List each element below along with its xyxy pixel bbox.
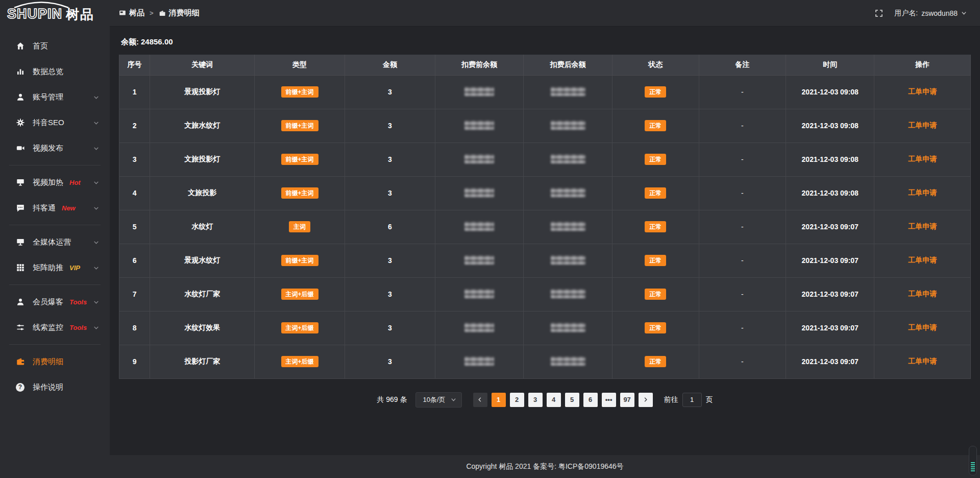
cell-keyword: 水纹灯效果	[150, 311, 255, 345]
vip-badge: VIP	[69, 264, 80, 272]
breadcrumb-home[interactable]: 树品	[119, 8, 144, 18]
goto-page-input[interactable]	[682, 393, 702, 407]
cell-balance-after	[524, 109, 612, 142]
user-dropdown[interactable]: 用户名: zswodun88	[894, 9, 967, 18]
cell-index: 5	[119, 210, 150, 244]
sidebar-item-consumption-detail[interactable]: 消费明细	[0, 349, 110, 374]
table-row: 4 文旅投影 前缀+主词 3 正常 - 2021-12-03 09:08 工单申…	[119, 176, 971, 210]
cell-amount: 3	[345, 244, 435, 277]
work-order-link[interactable]: 工单申请	[908, 87, 937, 95]
cell-amount: 3	[345, 345, 435, 378]
sidebar-item-omnimedia[interactable]: 全媒体运营	[0, 229, 110, 255]
sidebar-item-label: 矩阵助推	[33, 263, 63, 273]
cell-index: 4	[119, 176, 150, 210]
cell-amount: 3	[345, 311, 435, 345]
work-order-link[interactable]: 工单申请	[908, 188, 937, 197]
masked-value	[551, 188, 585, 197]
masked-value	[464, 154, 494, 163]
cell-balance-before	[435, 277, 523, 311]
cell-index: 8	[119, 311, 150, 345]
cell-time: 2021-12-03 09:08	[786, 176, 874, 210]
page-button-97[interactable]: 97	[620, 393, 634, 407]
screen-icon	[15, 178, 25, 187]
sidebar-item-member-burst[interactable]: 会员爆客 Tools	[0, 289, 110, 315]
cell-type: 前缀+主词	[255, 75, 345, 109]
service-widget[interactable]	[969, 446, 977, 475]
column-header-type: 类型	[255, 55, 345, 75]
sidebar-item-label: 账号管理	[33, 92, 63, 102]
monitor-icon	[15, 237, 25, 247]
masked-value	[464, 323, 494, 332]
cell-index: 6	[119, 244, 150, 277]
cell-keyword: 文旅水纹灯	[150, 109, 255, 142]
goto-suffix: 页	[706, 395, 713, 404]
cell-balance-before	[435, 345, 523, 378]
cell-status: 正常	[612, 109, 699, 142]
masked-value	[464, 255, 494, 265]
balance-display: 余额:24856.00	[119, 37, 971, 47]
page-button-6[interactable]: 6	[583, 393, 598, 407]
page-button-4[interactable]: 4	[547, 393, 561, 407]
cell-remark: -	[699, 345, 786, 378]
work-order-link[interactable]: 工单申请	[908, 323, 937, 331]
brand-logo-en: SHUPIN	[7, 7, 62, 21]
table-row: 3 文旅投影灯 前缀+主词 3 正常 - 2021-12-03 09:08 工单…	[119, 142, 971, 176]
sidebar-item-matrix-boost[interactable]: 矩阵助推 VIP	[0, 255, 110, 280]
new-badge: New	[62, 204, 76, 212]
sidebar-item-video-heat[interactable]: 视频加热 Hot	[0, 170, 110, 195]
page-button-2[interactable]: 2	[510, 393, 524, 407]
cell-type: 主词+后缀	[255, 345, 345, 378]
chevron-down-icon	[93, 239, 100, 246]
fullscreen-icon[interactable]	[875, 9, 883, 17]
next-page-button[interactable]	[639, 393, 653, 407]
sidebar-item-label: 线索监控	[33, 323, 63, 332]
breadcrumb: 树品 > 消费明细	[119, 8, 200, 18]
cell-index: 7	[119, 277, 150, 311]
work-order-link[interactable]: 工单申请	[908, 121, 937, 129]
sidebar-item-account-mgmt[interactable]: 账号管理	[0, 84, 110, 110]
brand-text-en: SHUPIN	[7, 6, 62, 21]
cell-balance-before	[435, 109, 523, 142]
table-row: 7 水纹灯厂家 主词+后缀 3 正常 - 2021-12-03 09:07 工单…	[119, 277, 971, 311]
cell-remark: -	[699, 176, 786, 210]
masked-value	[464, 87, 494, 96]
type-tag: 前缀+主词	[281, 255, 318, 266]
masked-value	[464, 356, 494, 366]
bar-chart-icon	[15, 67, 25, 77]
column-header-balance-after: 扣费后余额	[524, 55, 612, 75]
page-size-select[interactable]: 10条/页	[415, 392, 462, 408]
sidebar-item-douyin-seo[interactable]: 抖音SEO	[0, 110, 110, 135]
sidebar-item-lead-monitor[interactable]: 线索监控 Tools	[0, 315, 110, 340]
cell-index: 2	[119, 109, 150, 142]
wallet-icon	[15, 357, 25, 367]
page-button-5[interactable]: 5	[565, 393, 579, 407]
work-order-link[interactable]: 工单申请	[908, 357, 937, 365]
page-button-more[interactable]: •••	[602, 393, 616, 407]
sidebar-item-doketong[interactable]: 抖客通 New	[0, 195, 110, 221]
sliders-icon	[15, 323, 25, 332]
sidebar-item-data-overview[interactable]: 数据总览	[0, 59, 110, 84]
masked-value	[551, 255, 585, 265]
work-order-link[interactable]: 工单申请	[908, 290, 937, 298]
page-button-3[interactable]: 3	[528, 393, 543, 407]
work-order-link[interactable]: 工单申请	[908, 222, 937, 230]
work-order-link[interactable]: 工单申请	[908, 256, 937, 264]
status-tag: 正常	[645, 154, 666, 165]
sidebar-item-home[interactable]: 首页	[0, 33, 110, 59]
prev-page-button[interactable]	[473, 393, 487, 407]
column-header-time: 时间	[786, 55, 874, 75]
cell-balance-before	[435, 142, 523, 176]
type-tag: 前缀+主词	[281, 86, 318, 98]
sidebar-item-instructions[interactable]: 操作说明	[0, 374, 110, 400]
masked-value	[551, 289, 585, 298]
balance-value: 24856.00	[141, 37, 173, 46]
cell-time: 2021-12-03 09:07	[786, 244, 874, 277]
work-order-link[interactable]: 工单申请	[908, 155, 937, 163]
chat-icon	[15, 203, 25, 213]
cell-balance-after	[524, 311, 612, 345]
cell-balance-before	[435, 75, 523, 109]
sidebar-item-video-publish[interactable]: 视频发布	[0, 135, 110, 161]
cell-time: 2021-12-03 09:08	[786, 75, 874, 109]
page-button-1[interactable]: 1	[492, 393, 506, 407]
cell-balance-after	[524, 142, 612, 176]
